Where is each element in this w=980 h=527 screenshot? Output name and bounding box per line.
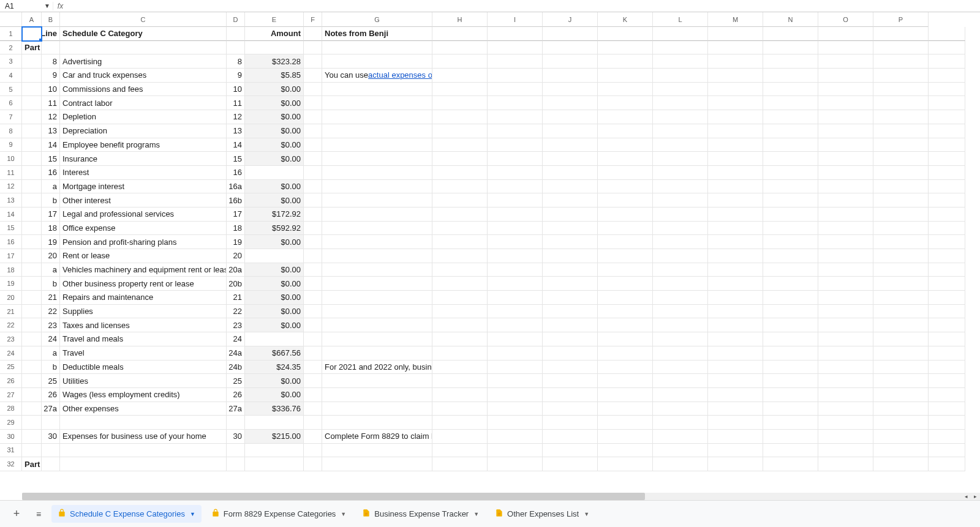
row-header[interactable]: 1 — [0, 27, 22, 41]
cell[interactable] — [60, 444, 227, 458]
cell[interactable] — [304, 27, 322, 41]
name-box[interactable]: A1 — [0, 2, 42, 10]
cell[interactable] — [304, 96, 322, 110]
cell[interactable] — [873, 83, 929, 97]
cell[interactable] — [598, 180, 653, 194]
cell[interactable] — [653, 346, 708, 361]
cell[interactable] — [304, 388, 322, 402]
row-header[interactable]: 13 — [0, 193, 22, 207]
cell[interactable] — [60, 457, 227, 471]
row-header[interactable]: 17 — [0, 249, 22, 263]
cell[interactable] — [653, 110, 708, 124]
cell[interactable] — [818, 124, 873, 138]
cell[interactable] — [543, 402, 598, 416]
cell[interactable] — [653, 207, 708, 222]
cell[interactable] — [245, 444, 304, 458]
cell[interactable]: Insurance — [60, 152, 227, 166]
cell[interactable] — [708, 124, 763, 138]
cell[interactable]: Notes from Benji — [322, 27, 432, 41]
cell[interactable] — [598, 402, 653, 416]
cell[interactable] — [22, 374, 42, 388]
cell[interactable] — [488, 346, 543, 361]
cell[interactable]: 24a — [227, 346, 245, 361]
cell[interactable]: 30 — [227, 430, 245, 444]
col-header-B[interactable]: B — [42, 12, 60, 27]
cell[interactable] — [432, 96, 488, 110]
cell[interactable] — [22, 361, 42, 375]
cell[interactable] — [929, 207, 965, 222]
cell[interactable] — [708, 110, 763, 124]
cell[interactable]: Commissions and fees — [60, 83, 227, 97]
cell[interactable] — [488, 69, 543, 83]
cell[interactable]: 18 — [227, 222, 245, 236]
cell[interactable]: Wages (less employment credits) — [60, 388, 227, 402]
cell[interactable] — [227, 444, 245, 458]
cell[interactable] — [763, 27, 818, 41]
cell[interactable] — [543, 193, 598, 207]
cell[interactable] — [763, 222, 818, 236]
cell[interactable] — [227, 27, 245, 41]
cell[interactable] — [432, 124, 488, 138]
cell[interactable] — [304, 444, 322, 458]
cell[interactable] — [598, 416, 653, 430]
cell[interactable] — [488, 388, 543, 402]
col-header-N[interactable]: N — [763, 12, 818, 27]
cell[interactable] — [763, 166, 818, 180]
cell[interactable] — [708, 457, 763, 471]
cell[interactable] — [22, 416, 42, 430]
cell[interactable] — [818, 96, 873, 110]
cell[interactable] — [929, 193, 965, 207]
cell[interactable] — [763, 180, 818, 194]
cell[interactable] — [763, 332, 818, 346]
cell[interactable] — [598, 277, 653, 291]
cell[interactable] — [22, 263, 42, 277]
cell[interactable]: $215.00 — [245, 430, 304, 444]
cell[interactable] — [653, 361, 708, 375]
cell[interactable] — [818, 138, 873, 152]
cell[interactable] — [929, 402, 965, 416]
cell[interactable] — [763, 346, 818, 361]
cell[interactable] — [488, 444, 543, 458]
cell[interactable] — [543, 249, 598, 263]
cell[interactable] — [488, 402, 543, 416]
cell[interactable] — [245, 457, 304, 471]
cell[interactable]: Pension and profit-sharing plans — [60, 235, 227, 249]
cell[interactable]: 20 — [42, 249, 60, 263]
cell[interactable]: $0.00 — [245, 277, 304, 291]
cell[interactable] — [708, 305, 763, 319]
cell[interactable]: Interest — [60, 166, 227, 180]
cell[interactable] — [60, 416, 227, 430]
cell[interactable] — [763, 54, 818, 69]
cell[interactable]: b — [42, 193, 60, 207]
cell[interactable] — [543, 110, 598, 124]
cell[interactable]: Line — [42, 27, 60, 41]
cell[interactable] — [432, 83, 488, 97]
cell[interactable] — [708, 193, 763, 207]
col-header-O[interactable]: O — [818, 12, 873, 27]
cell[interactable] — [763, 235, 818, 249]
cell[interactable] — [432, 193, 488, 207]
cell[interactable] — [708, 152, 763, 166]
cell[interactable] — [708, 83, 763, 97]
cell[interactable] — [929, 332, 965, 346]
col-header-P[interactable]: P — [873, 12, 929, 27]
cell[interactable]: Contract labor — [60, 96, 227, 110]
cell[interactable] — [488, 207, 543, 222]
cell[interactable] — [488, 361, 543, 375]
cell[interactable] — [432, 180, 488, 194]
row-header[interactable]: 6 — [0, 96, 22, 110]
cell[interactable] — [653, 83, 708, 97]
row-header[interactable]: 27 — [0, 388, 22, 402]
cell[interactable]: 16 — [42, 166, 60, 180]
cell[interactable] — [818, 83, 873, 97]
cell[interactable] — [543, 374, 598, 388]
cell[interactable] — [304, 193, 322, 207]
cell[interactable] — [598, 69, 653, 83]
col-header-G[interactable]: G — [322, 12, 432, 27]
cell[interactable] — [708, 222, 763, 236]
cell[interactable] — [598, 222, 653, 236]
cell[interactable] — [818, 388, 873, 402]
cell[interactable] — [432, 166, 488, 180]
cell[interactable] — [432, 430, 488, 444]
cell[interactable]: $0.00 — [245, 152, 304, 166]
